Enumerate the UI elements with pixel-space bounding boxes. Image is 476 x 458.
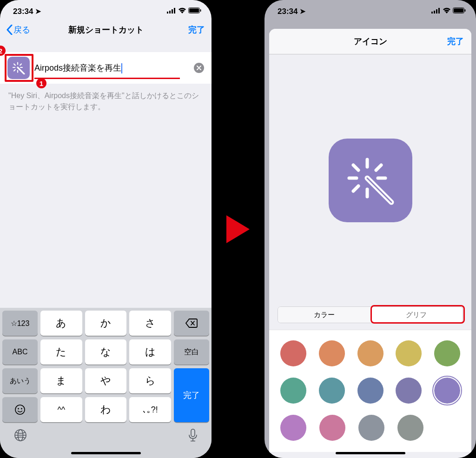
segment-color[interactable]: カラー (278, 307, 370, 323)
color-swatch[interactable] (280, 415, 306, 441)
key-ta[interactable]: た (40, 339, 82, 365)
key-sa[interactable]: さ (129, 311, 171, 336)
color-swatch[interactable] (396, 340, 422, 366)
shortcut-name-row: 2 Airpods接続音楽を再生 1 (0, 52, 212, 84)
globe-icon (13, 428, 27, 442)
backspace-icon (185, 319, 198, 328)
color-swatch[interactable] (358, 415, 384, 441)
key-na[interactable]: な (85, 339, 127, 365)
status-indicators (167, 7, 201, 16)
text-cursor (121, 63, 122, 73)
svg-line-34 (376, 165, 381, 170)
color-swatch[interactable] (319, 378, 345, 404)
location-icon: ➤ (35, 7, 41, 16)
sheet-title: アイコン (269, 36, 471, 47)
location-icon: ➤ (299, 7, 306, 16)
status-bar: 23:34➤ (0, 0, 212, 19)
svg-rect-5 (189, 8, 199, 13)
color-swatch[interactable] (280, 340, 306, 366)
signal-icon (431, 7, 441, 16)
key-ha[interactable]: は (129, 339, 171, 365)
status-time: 23:34➤ (13, 7, 41, 16)
segment-glyph[interactable]: グリフ (370, 307, 463, 323)
keyboard: ☆123 あ か さ ABC た な は 空白 あいう ま や ら 完了 ^^ … (0, 308, 212, 458)
siri-hint-text: "Hey Siri、Airpods接続音楽を再生"と話しかけるとこのショートカッ… (0, 84, 212, 119)
color-swatch[interactable] (357, 378, 383, 404)
segment-control-wrap: カラー グリフ (269, 306, 471, 330)
wifi-icon (443, 7, 451, 16)
segment-control: カラー グリフ (278, 306, 463, 323)
icon-preview (329, 139, 412, 222)
svg-rect-25 (431, 12, 433, 13)
svg-rect-27 (436, 9, 437, 13)
home-indicator[interactable] (71, 452, 141, 454)
icon-picker-sheet: アイコン 完了 (269, 29, 471, 458)
svg-line-37 (353, 186, 358, 191)
key-done[interactable]: 完了 (174, 368, 209, 422)
annotation-2: 2 (0, 46, 6, 56)
svg-rect-2 (172, 9, 173, 13)
shortcut-icon-button[interactable] (7, 57, 30, 79)
svg-rect-0 (167, 12, 168, 13)
color-swatch[interactable] (397, 415, 423, 441)
svg-rect-1 (169, 11, 171, 13)
svg-rect-30 (454, 8, 463, 13)
key-num[interactable]: ☆123 (2, 311, 38, 336)
clear-text-button[interactable] (194, 63, 204, 73)
battery-icon (453, 7, 466, 16)
key-abc[interactable]: ABC (2, 339, 38, 365)
annotation-underline (34, 78, 180, 79)
key-face[interactable]: ^^ (40, 397, 82, 422)
shortcut-name-input-wrap: Airpods接続音楽を再生 1 (34, 62, 189, 73)
svg-line-14 (18, 67, 24, 74)
keyboard-bottom-bar (2, 422, 209, 452)
svg-marker-24 (226, 215, 250, 243)
play-arrow-icon (224, 213, 252, 246)
color-swatch[interactable] (319, 340, 345, 366)
mic-button[interactable] (188, 428, 198, 444)
back-button[interactable]: 戻る (7, 24, 30, 35)
annotation-1: 1 (36, 78, 46, 88)
key-ka[interactable]: か (85, 311, 127, 336)
key-punct[interactable]: ､｡?! (129, 397, 171, 422)
magic-wand-icon (345, 155, 396, 206)
chevron-left-icon (7, 25, 13, 35)
color-swatch[interactable] (357, 340, 383, 366)
svg-rect-6 (200, 9, 201, 12)
key-backspace[interactable] (174, 311, 209, 336)
icon-preview-area (269, 54, 471, 306)
shortcut-name-input[interactable]: Airpods接続音楽を再生 (34, 63, 122, 73)
nav-title: 新規ショートカット (0, 24, 212, 35)
color-swatch[interactable] (434, 340, 460, 366)
svg-point-17 (21, 408, 22, 410)
svg-line-12 (14, 70, 15, 71)
magic-wand-icon (12, 61, 25, 74)
color-swatch[interactable] (434, 378, 460, 404)
svg-line-40 (367, 178, 391, 202)
color-swatch[interactable] (280, 378, 306, 404)
svg-point-15 (15, 405, 25, 414)
nav-bar: 戻る 新規ショートカット 完了 (0, 19, 212, 41)
swatch-row-1 (280, 340, 460, 366)
globe-button[interactable] (13, 428, 27, 444)
status-time: 23:34➤ (278, 7, 306, 16)
key-ra[interactable]: ら (129, 368, 171, 393)
key-a[interactable]: あ (40, 311, 82, 336)
color-swatch[interactable] (396, 378, 422, 404)
key-emoji[interactable] (2, 397, 38, 422)
home-indicator[interactable] (336, 452, 405, 454)
phone-left: 23:34➤ 戻る 新規ショートカット 完了 2 (0, 0, 212, 458)
key-ma[interactable]: ま (40, 368, 82, 393)
svg-rect-3 (174, 8, 175, 13)
key-ya[interactable]: や (85, 368, 127, 393)
color-swatch[interactable] (319, 415, 345, 441)
svg-rect-28 (438, 8, 440, 13)
svg-rect-31 (465, 9, 466, 12)
key-wa[interactable]: わ (85, 397, 127, 422)
signal-icon (167, 7, 176, 16)
key-aiu[interactable]: あいう (2, 368, 38, 393)
done-button[interactable]: 完了 (188, 24, 205, 35)
svg-rect-26 (434, 11, 435, 13)
key-space[interactable]: 空白 (174, 339, 209, 365)
svg-line-33 (353, 165, 358, 170)
